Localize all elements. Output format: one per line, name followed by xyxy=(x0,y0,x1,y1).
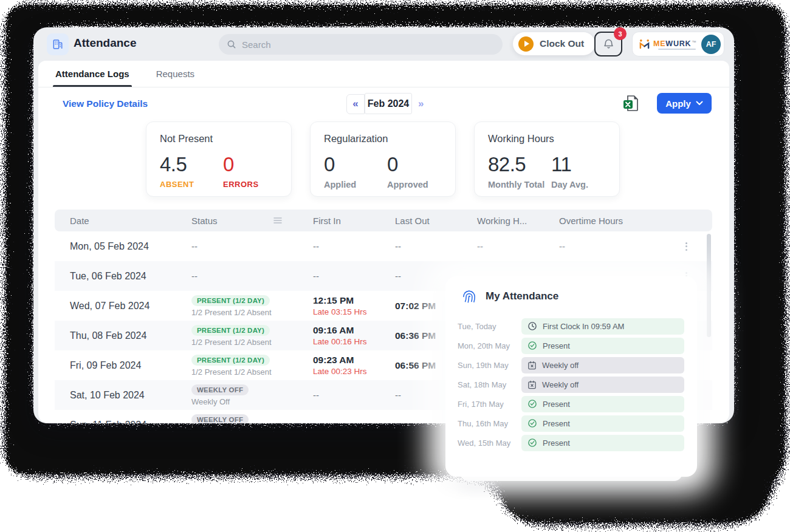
status-badge: PRESENT (1/2 DAY) xyxy=(191,295,270,306)
search-input[interactable] xyxy=(242,39,473,50)
attendance-status-text: Present xyxy=(543,341,570,350)
notifications-button[interactable]: 3 xyxy=(594,32,622,56)
attendance-status-pill: Present xyxy=(521,396,684,412)
day-label: Sun, 19th May xyxy=(458,361,509,370)
table-row: Mon, 05 Feb 2024---------- xyxy=(55,231,712,261)
calendar-off-icon xyxy=(527,380,537,389)
my-attendance-row: Mon, 20th MayPresent xyxy=(445,336,697,355)
first-in-time: -- xyxy=(313,390,319,400)
attendance-status-text: Present xyxy=(543,438,570,448)
date-cell: Thu, 08 Feb 2024 xyxy=(70,321,146,350)
late-duration: Late 00:16 Hrs xyxy=(313,337,367,346)
status-cell: WEEKLY OFFWeekly Off xyxy=(191,380,310,410)
page-title: Attendance xyxy=(74,36,136,50)
attendance-status-pill: First Clock In 09:59 AM xyxy=(521,318,684,335)
mewurk-mark-icon xyxy=(639,39,650,49)
attendance-app-icon xyxy=(47,33,69,55)
status-cell: -- xyxy=(191,231,310,261)
stat: 11Day Avg. xyxy=(551,153,614,189)
tab-attendance-logs[interactable]: Attendance Logs xyxy=(55,61,129,87)
play-icon xyxy=(518,36,534,52)
working-hours-cell: -- xyxy=(477,231,483,261)
building-icon xyxy=(52,38,64,50)
my-attendance-row: Tue, TodayFirst Clock In 09:59 AM xyxy=(445,316,697,336)
stat-label: Applied xyxy=(324,180,387,189)
last-out-cell: -- xyxy=(395,380,401,410)
attendance-status-pill: Weekly off xyxy=(521,377,684,393)
status-cell: PRESENT (1/2 DAY)1/2 Present 1/2 Absent xyxy=(191,350,310,380)
stat-label: Monthly Total xyxy=(488,180,551,189)
first-in-time: 09:23 AM xyxy=(313,355,367,366)
tab-requests[interactable]: Requests xyxy=(156,61,194,87)
next-month-button[interactable]: » xyxy=(412,98,424,110)
day-label: Wed, 15th May xyxy=(458,438,510,448)
clock-icon xyxy=(527,321,537,331)
stat-value: 11 xyxy=(551,153,614,176)
last-out-cell: 07:02 PM xyxy=(395,291,436,321)
column-header: First In xyxy=(313,210,341,231)
stat-value: 0 xyxy=(387,153,450,176)
day-label: Mon, 20th May xyxy=(458,341,510,350)
stat-card-title: Regularization xyxy=(324,133,442,145)
fingerprint-icon xyxy=(461,288,478,305)
attendance-status-pill: Present xyxy=(521,435,684,451)
status-value: -- xyxy=(191,241,310,251)
column-header: Overtime Hours xyxy=(559,210,623,231)
first-in-time: -- xyxy=(313,271,319,281)
tab-bar: Attendance LogsRequests xyxy=(38,61,729,87)
avatar[interactable]: AF xyxy=(701,35,721,54)
search-bar[interactable] xyxy=(219,34,503,55)
column-header: Working H... xyxy=(477,210,527,231)
stat-card: Regularization0Applied0Approved xyxy=(310,121,456,197)
table-header: DateStatusFirst InLast OutWorking H...Ov… xyxy=(55,210,712,231)
column-header: Date xyxy=(70,210,89,231)
stat-label: Approved xyxy=(387,180,450,189)
overtime-cell: -- xyxy=(559,231,565,261)
apply-button[interactable]: Apply xyxy=(657,93,712,114)
brand-wordmark: MEWURK™ xyxy=(653,40,696,48)
status-cell: PRESENT (1/2 DAY)1/2 Present 1/2 Absent xyxy=(191,291,310,321)
view-policy-details-link[interactable]: View Policy Details xyxy=(63,98,148,109)
stat-label: ABSENT xyxy=(160,180,223,189)
attendance-status-text: Present xyxy=(543,400,570,409)
day-label: Sat, 18th May xyxy=(458,380,506,389)
status-badge: PRESENT (1/2 DAY) xyxy=(191,325,270,336)
apply-label: Apply xyxy=(665,98,691,109)
last-out-cell: 06:56 PM xyxy=(395,350,436,380)
first-in-cell: -- xyxy=(313,261,319,291)
status-subtext: 1/2 Present 1/2 Absent xyxy=(191,338,310,347)
search-icon xyxy=(227,39,236,49)
date-cell: Wed, 07 Feb 2024 xyxy=(70,291,149,321)
brand-tagline xyxy=(658,49,696,50)
day-label: Fri, 17th May xyxy=(458,400,504,409)
first-in-cell: 09:23 AMLate 00:23 Hrs xyxy=(313,350,367,380)
excel-icon xyxy=(623,95,639,112)
status-badge: WEEKLY OFF xyxy=(191,384,249,395)
first-in-time: 09:16 AM xyxy=(313,325,367,336)
stat-card: Working Hours82.5Monthly Total11Day Avg. xyxy=(474,121,620,197)
stat-card-title: Not Present xyxy=(160,133,278,145)
stat: 4.5ABSENT xyxy=(160,153,223,189)
check-circle-icon xyxy=(527,399,537,409)
stat: 0ERRORS xyxy=(223,153,286,189)
last-out-cell: -- xyxy=(395,231,401,261)
status-cell: PRESENT (1/2 DAY)1/2 Present 1/2 Absent xyxy=(191,321,310,350)
first-in-time: -- xyxy=(313,241,319,251)
previous-month-button[interactable]: « xyxy=(346,94,365,114)
clock-out-button[interactable]: Clock Out xyxy=(513,32,595,55)
stat: 0Approved xyxy=(387,153,450,189)
row-menu-icon[interactable] xyxy=(681,231,692,261)
vertical-scrollbar[interactable] xyxy=(707,234,711,337)
attendance-status-text: Weekly off xyxy=(542,361,579,370)
export-excel-button[interactable] xyxy=(623,95,639,112)
attendance-status-pill: Present xyxy=(521,338,684,354)
day-label: Tue, Today xyxy=(458,322,496,331)
status-subtext: Weekly Off xyxy=(191,397,310,406)
date-cell: Mon, 05 Feb 2024 xyxy=(70,231,149,261)
late-duration: Late 03:15 Hrs xyxy=(313,307,367,316)
day-label: Thu, 16th May xyxy=(458,419,508,428)
status-filter-icon[interactable] xyxy=(273,210,282,231)
status-value: -- xyxy=(191,271,310,281)
stat-card: Not Present4.5ABSENT0ERRORS xyxy=(146,121,292,197)
stat-value: 82.5 xyxy=(488,153,551,176)
